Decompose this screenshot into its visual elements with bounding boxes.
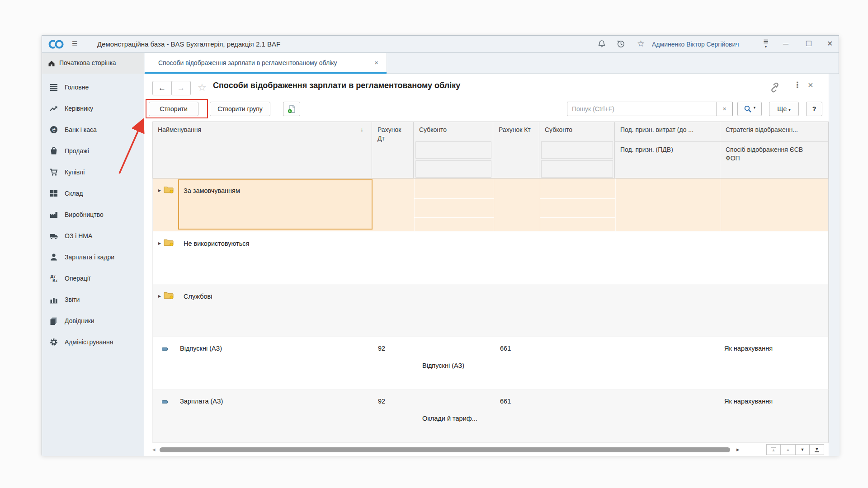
- sidebar-item-dovidnyky[interactable]: Довідники: [42, 315, 144, 328]
- back-button[interactable]: ←: [152, 81, 172, 95]
- sidebar-item-label: Зарплата і кадри: [65, 253, 114, 261]
- add-to-favorites-star-icon[interactable]: ☆: [198, 82, 207, 94]
- sidebar-item-bank-kasa[interactable]: ₴ Банк і каса: [42, 124, 144, 137]
- table-row-item-vidpuskni[interactable]: Відпускні (АЗ) 92 661 Як нарахування Від…: [152, 337, 829, 390]
- create-group-button[interactable]: Створити групу: [210, 102, 270, 116]
- account-dt-value: 92: [378, 345, 385, 352]
- tab-active-form[interactable]: Способи відображення зарплати в регламен…: [145, 53, 387, 74]
- column-label: Субконто: [545, 126, 572, 134]
- sidebar-item-zarplata-kadry[interactable]: Зарплата і кадри: [42, 252, 144, 264]
- bas-logo-icon: [47, 39, 65, 50]
- sidebar-item-operatsii[interactable]: Дт Кт Операції: [42, 273, 144, 286]
- sidebar-item-holovne[interactable]: Головне: [42, 82, 144, 94]
- expand-arrow-icon[interactable]: ▸: [158, 187, 161, 193]
- sidebar-item-label: Довідники: [65, 317, 94, 324]
- current-user[interactable]: Админенко Віктор Сергійович: [652, 41, 739, 48]
- create-button[interactable]: Створити: [149, 102, 198, 116]
- page-down-button[interactable]: ▼: [795, 444, 810, 455]
- window-title: Демонстраційна база - BAS Бухгалтерія, р…: [97, 40, 280, 48]
- favorites-star-icon[interactable]: ☆: [637, 38, 645, 49]
- svg-text:Кт: Кт: [52, 278, 58, 283]
- sidebar-item-sklad[interactable]: Склад: [42, 188, 144, 201]
- folder-icon: [164, 185, 174, 193]
- help-button[interactable]: ?: [806, 102, 822, 116]
- main-menu-icon[interactable]: ≡: [72, 38, 77, 48]
- triangle-up-icon: ▲: [786, 448, 790, 452]
- sidebar-item-label: Банк і каса: [65, 126, 97, 133]
- forward-button[interactable]: →: [171, 81, 191, 95]
- minimize-button[interactable]: ─: [783, 39, 788, 49]
- sidebar-item-label: Склад: [65, 190, 83, 197]
- subkonto-value: Оклади й тариф...: [422, 415, 477, 422]
- strategy-value: Як нарахування: [724, 345, 773, 352]
- search-input[interactable]: [567, 102, 716, 116]
- search-options-button[interactable]: ▾: [737, 102, 762, 116]
- user-menu-icon[interactable]: ≡ ▾: [758, 38, 774, 48]
- history-clock-icon[interactable]: [616, 39, 625, 48]
- trend-icon: [49, 104, 58, 113]
- scroll-right-icon[interactable]: ▸: [736, 446, 740, 453]
- notifications-bell-icon[interactable]: [597, 39, 606, 48]
- scroll-left-icon[interactable]: ◂: [152, 446, 156, 453]
- header-divider: [720, 141, 828, 142]
- group-name: Службові: [184, 293, 212, 300]
- title-bar: ≡ Демонстраційна база - BAS Бухгалтерія,…: [42, 36, 839, 53]
- column-sublabel: Под. призн. (ПДВ): [620, 145, 673, 154]
- close-form-icon[interactable]: ×: [808, 80, 813, 90]
- column-header-account-dt[interactable]: Рахунок Дт: [372, 122, 414, 178]
- go-to-bottom-button[interactable]: ▼: [810, 444, 824, 455]
- go-to-top-button[interactable]: ▲: [766, 444, 781, 455]
- triangle-up-bar-icon: ▲: [772, 448, 776, 452]
- expand-arrow-icon[interactable]: ▸: [158, 293, 161, 299]
- sidebar-item-oz-nma[interactable]: ОЗ і НМА: [42, 230, 144, 243]
- column-header-strategy[interactable]: Стратегія відображенн... Спосіб відображ…: [720, 122, 828, 178]
- maximize-button[interactable]: □: [806, 38, 811, 48]
- back-arrow-icon: ←: [158, 84, 166, 92]
- horizontal-scroll-area: ◂ ▸ ▲ ▲ ▼ ▼: [152, 444, 829, 456]
- sidebar-item-label: Керівнику: [65, 105, 93, 112]
- account-dt-value: 92: [378, 398, 385, 405]
- sidebar-item-label: Операції: [65, 275, 90, 282]
- sidebar-item-kupivli[interactable]: Купівлі: [42, 167, 144, 179]
- column-header-account-kt[interactable]: Рахунок Кт: [493, 122, 539, 178]
- strategy-value: Як нарахування: [724, 398, 773, 405]
- horizontal-scrollbar-thumb[interactable]: [160, 447, 730, 452]
- sidebar-item-administruvannia[interactable]: Адміністрування: [42, 337, 144, 349]
- chart-icon: [49, 295, 58, 304]
- table-row-group-unused[interactable]: ▸ Не використовуються: [152, 231, 829, 284]
- menu-icon: [49, 83, 58, 92]
- column-header-tax-purpose[interactable]: Под. призн. витрат (до ... Под. призн. (…: [615, 122, 720, 178]
- cart-icon: [49, 168, 58, 177]
- svg-text:₴: ₴: [52, 127, 56, 133]
- column-sublabel: Спосіб відображення ЄСВ ФОП: [726, 145, 816, 163]
- table-row-item-zarplata[interactable]: Зарплата (АЗ) 92 661 Як нарахування Окла…: [152, 390, 829, 443]
- page-up-button[interactable]: ▲: [781, 444, 795, 455]
- tab-home-page[interactable]: Початкова сторінка: [42, 53, 144, 74]
- close-window-button[interactable]: ✕: [827, 39, 833, 49]
- account-kt-value: 661: [500, 398, 511, 405]
- factory-icon: [49, 210, 58, 219]
- sidebar-item-zvity[interactable]: Звіти: [42, 294, 144, 307]
- copy-item-button[interactable]: [283, 102, 300, 116]
- table-row-group-default[interactable]: ▸ За замовчуванням: [152, 178, 829, 231]
- column-header-name[interactable]: Найменування ↓: [152, 122, 372, 178]
- get-link-icon[interactable]: [769, 81, 781, 93]
- search-clear-icon[interactable]: ×: [716, 102, 732, 116]
- sidebar-item-kerivnyku[interactable]: Керівнику: [42, 103, 144, 116]
- sidebar-item-prodazhi[interactable]: Продажі: [42, 145, 144, 158]
- item-name: Відпускні (АЗ): [180, 345, 222, 352]
- table-row-group-service[interactable]: ▸ Службові: [152, 284, 829, 337]
- help-button-label: ?: [812, 102, 816, 116]
- create-button-label: Створити: [160, 102, 187, 116]
- expand-arrow-icon[interactable]: ▸: [158, 240, 161, 246]
- more-dots-icon[interactable]: ⋮: [793, 80, 802, 90]
- more-actions-button[interactable]: Ще ▾: [769, 102, 799, 116]
- tab-bar: Початкова сторінка Способи відображення …: [42, 53, 839, 74]
- sidebar-item-label: Купівлі: [65, 169, 85, 176]
- tab-close-icon[interactable]: ×: [374, 59, 378, 66]
- sidebar-item-vyrobnytstvo[interactable]: Виробництво: [42, 209, 144, 222]
- right-margin-strip: [829, 74, 840, 456]
- header-subkonto-slot: [541, 141, 613, 159]
- home-icon: [47, 59, 56, 67]
- item-name: Зарплата (АЗ): [180, 398, 223, 405]
